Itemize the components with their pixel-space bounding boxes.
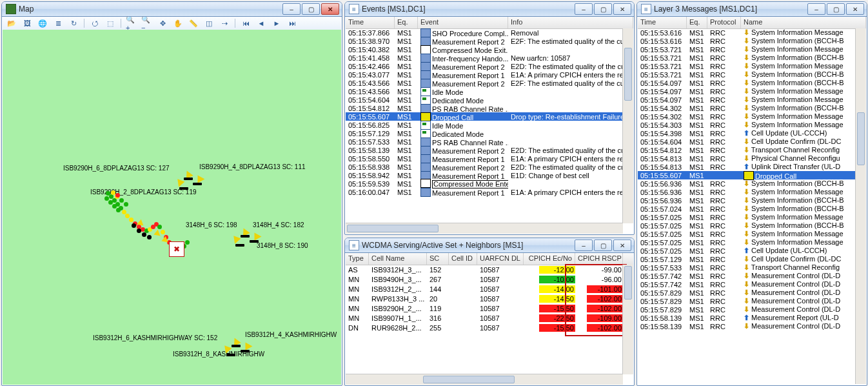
l3-row[interactable]: 05:15:53.616MS1RRC⬇ System Information (… [638,37,856,45]
l3-close-button[interactable]: ✕ [846,3,864,15]
l3-row[interactable]: 05:15:53.721MS1RRC⬇ System Information (… [638,70,856,79]
l3-row[interactable]: 05:15:54.302MS1RRC⬇ System Information M… [638,112,856,121]
refresh-icon[interactable]: ↻ [67,17,80,29]
l3-row[interactable]: 05:15:54.303MS1RRC⬇ System Information M… [638,121,856,129]
col-proto[interactable]: Protocol [707,17,741,28]
wcdma-row[interactable]: MNISB9312H_2_...14410587-14.00-101.00 [346,284,623,294]
l3-row[interactable]: 05:15:54.813MS1RRC⬇ Physical Channel Rec… [638,154,856,163]
events-header[interactable]: Time Eq. Event Info [346,17,633,29]
wcdma-row[interactable]: MNISB9490H_3_...26710587-10.00-96.00 [346,274,623,284]
map-max-button[interactable]: ▢ [302,3,320,15]
events-row[interactable]: 05:15:55.607MS1Dropped CallDrop type: Re… [346,112,623,121]
l3-row[interactable]: 05:15:53.616MS1RRC⬇ System Information M… [638,28,856,37]
layers-icon[interactable]: ≣ [52,17,64,29]
l3-row[interactable]: 05:15:54.813MS1RRC⬆ Uplink Direct Transf… [638,163,856,171]
ruler-icon[interactable]: ◫ [202,17,215,29]
l3-row[interactable]: 05:15:57.829MS1RRC⬇ Measurement Control … [638,305,856,314]
l3-row[interactable]: 05:15:56.936MS1RRC⬇ System Information (… [638,179,856,188]
select-icon[interactable]: ⬚ [104,17,117,29]
measure-icon[interactable]: 📏 [187,17,200,29]
col-name[interactable]: Name [741,17,866,28]
wcdma-row[interactable]: MNRWP8133H_3 ...2010587-14.50-102.00 [346,294,623,303]
wcdma-hscroll[interactable] [346,374,623,385]
l3-row[interactable]: 05:15:53.721MS1RRC⬇ System Information M… [638,62,856,70]
l3-row[interactable]: 05:15:54.097MS1RRC⬇ System Information (… [638,79,856,87]
last-icon[interactable]: ⏭ [286,17,299,29]
events-row[interactable]: 05:15:43.566MS1Idle Mode [346,87,623,96]
wcdma-header[interactable]: Type Cell Name SC Cell ID UARFCN DL CPIC… [346,253,633,265]
l3-row[interactable]: 05:15:57.829MS1RRC⬇ Measurement Control … [638,289,856,297]
col-ecno[interactable]: CPICH Ec/No [524,253,575,265]
events-row[interactable]: 05:15:37.866MS1SHO Procedure Compl...Rem… [346,28,623,37]
events-row[interactable]: 05:15:38.970MS1Measurement Report 2E2F: … [346,37,623,45]
l3-row[interactable]: 05:15:57.025MS1RRC⬆ Cell Update (UL-CCCH… [638,247,856,255]
map-canvas[interactable]: ISB9290H_6_8DPLAZAG13 SC: 127 ISB9290H_4… [3,30,341,385]
events-row[interactable]: 05:15:58.139MS1Measurement Report 2E2D: … [346,146,623,154]
l3-row[interactable]: 05:15:57.129MS1RRC⬇ Cell Update Confirm … [638,255,856,263]
events-row[interactable]: 05:15:58.938MS1Measurement Report 2E2D: … [346,163,623,171]
col-type[interactable]: Type [346,253,369,265]
events-row[interactable]: 05:15:43.566MS1Measurement Report 2E2F: … [346,79,623,87]
events-min-button[interactable]: – [575,3,593,15]
prev-icon[interactable]: ◄ [255,17,268,29]
l3-row[interactable]: 05:15:57.024MS1RRC⬇ System Information (… [638,205,856,213]
events-row[interactable]: 05:16:00.047MS1Measurement Report 1E1A: … [346,188,623,196]
l3-row[interactable]: 05:15:57.025MS1RRC⬇ System Information M… [638,230,856,238]
col-rscp[interactable]: CPICH RSCP [575,253,623,265]
first-icon[interactable]: ⏮ [239,17,252,29]
l3-row[interactable]: 05:15:54.302MS1RRC⬇ System Information (… [638,104,856,112]
events-max-button[interactable]: ▢ [594,3,612,15]
wcdma-row[interactable]: MNISB9907H_1_...31610587-22.50-109.00 [346,313,623,323]
events-row[interactable]: 05:15:57.533MS1PS RAB Channel Rate ... [346,137,623,146]
l3-row[interactable]: 05:15:53.721MS1RRC⬇ System Information M… [638,45,856,54]
events-hscroll[interactable] [346,223,623,234]
events-row[interactable]: 05:15:40.382MS1Compressed Mode Exit... [346,45,623,54]
wcdma-min-button[interactable]: – [575,239,593,251]
events-vscroll[interactable] [622,28,633,223]
col-time[interactable]: Time [346,17,395,28]
col-sc[interactable]: SC [427,253,449,265]
events-rows[interactable]: 05:15:37.866MS1SHO Procedure Compl...Rem… [346,28,623,223]
events-row[interactable]: 05:15:42.466MS1Measurement Report 2E2D: … [346,62,623,70]
l3-vscroll[interactable] [855,28,866,384]
l3-row[interactable]: 05:15:57.742MS1RRC⬇ Measurement Control … [638,280,856,289]
wcdma-rows[interactable]: ASISB9312H_3_...15210587-12.00-99.00MNIS… [346,265,623,374]
l3-row[interactable]: 05:15:54.604MS1RRC⬇ Cell Update Confirm … [638,137,856,146]
fit-icon[interactable]: ✥ [156,17,169,29]
image-icon[interactable]: 🖼 [21,17,34,29]
col-event[interactable]: Event [418,17,508,28]
wcdma-row[interactable]: DNRUR9628H_2...25510587-15.50-102.00 [346,323,623,332]
events-row[interactable]: 05:15:43.077MS1Measurement Report 1E1A: … [346,70,623,79]
l3-max-button[interactable]: ▢ [827,3,845,15]
zoom-in-icon[interactable]: 🔍+ [125,17,138,29]
map-close-button[interactable]: ✕ [321,3,339,15]
l3-min-button[interactable]: – [807,3,825,15]
l3-header[interactable]: Time Eq. Protocol Name [638,17,866,29]
wcdma-close-button[interactable]: ✕ [613,239,631,251]
globe-icon[interactable]: 🌐 [36,17,49,29]
events-titlebar[interactable]: ≡ Events [MS1,DC1] – ▢ ✕ [345,2,634,17]
events-row[interactable]: 05:15:41.458MS1Inter-frequency Hando...N… [346,54,623,62]
l3-row[interactable]: 05:15:55.607MS1Dropped Call [638,171,856,179]
l3-row[interactable]: 05:15:58.139MS1RRC⬆ Measurement Report (… [638,314,856,322]
events-row[interactable]: 05:15:57.129MS1Dedicated Mode [346,129,623,137]
events-row[interactable]: 05:15:58.550MS1Measurement Report 1E1A: … [346,154,623,163]
l3-row[interactable]: 05:15:54.097MS1RRC⬇ System Information M… [638,96,856,104]
events-close-button[interactable]: ✕ [613,3,631,15]
col-time[interactable]: Time [638,17,687,28]
zoom-out-icon[interactable]: 🔍− [141,17,153,29]
col-eq[interactable]: Eq. [395,17,418,28]
route-icon[interactable]: ⇢ [218,17,231,29]
pointer-icon[interactable]: ⭯ [88,17,101,29]
l3-titlebar[interactable]: ≡ Layer 3 Messages [MS1,DC1] – ▢ ✕ [637,2,867,17]
dropped-call-marker[interactable]: ✖ [169,241,184,257]
col-uarfcn[interactable]: UARFCN DL [477,253,524,265]
l3-row[interactable]: 05:15:56.936MS1RRC⬇ System Information (… [638,196,856,205]
wcdma-vscroll[interactable] [622,265,633,374]
l3-rows[interactable]: 05:15:53.616MS1RRC⬇ System Information M… [638,28,856,385]
events-row[interactable]: 05:15:59.539MS1Compressed Mode Entered [346,179,623,188]
l3-row[interactable]: 05:15:56.936MS1RRC⬇ System Information M… [638,188,856,196]
l3-row[interactable]: 05:15:54.097MS1RRC⬇ System Information M… [638,87,856,96]
next-icon[interactable]: ► [270,17,283,29]
l3-row[interactable]: 05:15:58.139MS1RRC⬇ Measurement Control … [638,322,856,330]
